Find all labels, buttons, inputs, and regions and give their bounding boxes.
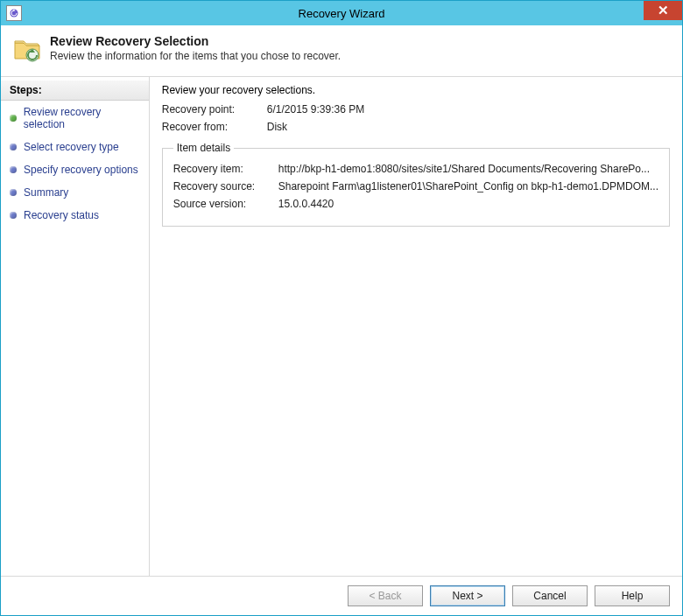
step-summary[interactable]: Summary — [1, 181, 149, 204]
step-bullet-icon — [10, 166, 17, 173]
recovery-source-value: Sharepoint Farm\ag1listener01\SharePoint… — [278, 180, 658, 192]
step-bullet-icon — [10, 115, 17, 122]
source-version-value: 15.0.0.4420 — [278, 198, 658, 210]
recovery-item-label: Recovery item: — [173, 163, 278, 175]
recover-from-value: Disk — [267, 121, 670, 133]
close-icon: ✕ — [658, 3, 669, 18]
row-recovery-point: Recovery point: 6/1/2015 9:39:36 PM — [162, 103, 670, 116]
recovery-item-value: http://bkp-h1-demo1:8080/sites/site1/Sha… — [278, 163, 658, 175]
wizard-footer: < Back Next > Cancel Help — [1, 576, 682, 615]
recover-from-label: Recover from: — [162, 121, 267, 133]
help-button[interactable]: Help — [595, 585, 670, 606]
step-select-recovery-type[interactable]: Select recovery type — [1, 136, 149, 158]
step-bullet-icon — [10, 212, 17, 219]
step-label: Select recovery type — [24, 141, 119, 153]
step-label: Summary — [24, 186, 68, 199]
step-bullet-icon — [10, 144, 17, 150]
source-version-label: Source version: — [173, 198, 278, 210]
recovery-source-label: Recovery source: — [173, 180, 278, 192]
back-button[interactable]: < Back — [348, 585, 423, 606]
titlebar: Recovery Wizard ✕ — [1, 1, 682, 25]
step-specify-recovery-options[interactable]: Specify recovery options — [1, 158, 149, 181]
review-intro: Review your recovery selections. — [162, 84, 670, 96]
row-source-version: Source version: 15.0.0.4420 — [173, 198, 658, 210]
item-details-group: Item details Recovery item: http://bkp-h… — [162, 142, 670, 227]
folder-recover-icon — [13, 36, 41, 64]
step-bullet-icon — [10, 189, 17, 196]
recovery-point-label: Recovery point: — [162, 103, 267, 116]
row-recovery-item: Recovery item: http://bkp-h1-demo1:8080/… — [173, 163, 658, 175]
page-subtitle: Review the information for the items tha… — [50, 50, 341, 62]
steps-sidebar: Steps: Review recovery selection Select … — [1, 77, 150, 576]
row-recovery-source: Recovery source: Sharepoint Farm\ag1list… — [173, 180, 658, 192]
content-pane: Review your recovery selections. Recover… — [150, 77, 682, 576]
next-button[interactable]: Next > — [430, 585, 505, 606]
step-label: Recovery status — [24, 209, 99, 221]
recovery-wizard-window: Recovery Wizard ✕ Review Recovery Select… — [0, 0, 683, 616]
wizard-body: Steps: Review recovery selection Select … — [1, 77, 682, 576]
step-recovery-status[interactable]: Recovery status — [1, 204, 149, 227]
cancel-button[interactable]: Cancel — [512, 585, 588, 606]
step-label: Specify recovery options — [24, 164, 138, 176]
wizard-header: Review Recovery Selection Review the inf… — [1, 25, 682, 77]
window-title: Recovery Wizard — [1, 7, 682, 20]
close-button[interactable]: ✕ — [644, 1, 682, 20]
recovery-point-value: 6/1/2015 9:39:36 PM — [267, 103, 670, 116]
page-title: Review Recovery Selection — [50, 34, 341, 48]
steps-title: Steps: — [1, 80, 149, 101]
step-review-recovery-selection[interactable]: Review recovery selection — [1, 101, 149, 136]
header-text: Review Recovery Selection Review the inf… — [50, 34, 341, 62]
app-icon — [6, 5, 22, 21]
item-details-legend: Item details — [173, 142, 234, 154]
row-recover-from: Recover from: Disk — [162, 121, 670, 133]
step-label: Review recovery selection — [24, 106, 140, 130]
